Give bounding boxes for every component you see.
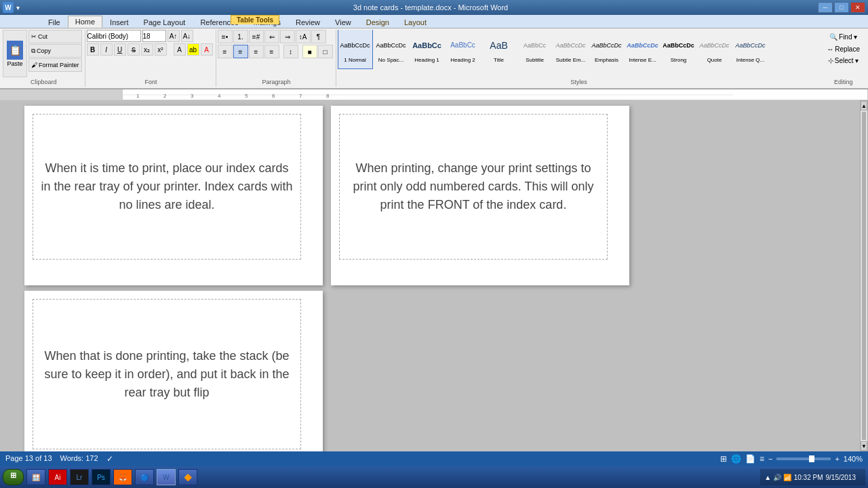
tab-home[interactable]: Home xyxy=(68,16,102,28)
copy-button[interactable]: ⧉ Copy xyxy=(28,44,82,58)
replace-button[interactable]: ↔ Replace xyxy=(824,44,863,54)
style-no-spacing[interactable]: AaBbCcDc No Spac... xyxy=(374,30,409,69)
shading-button[interactable]: ■ xyxy=(302,45,317,58)
view-outline-icon[interactable]: ≡ xyxy=(760,454,764,464)
zoom-out-button[interactable]: − xyxy=(768,455,772,463)
justify-button[interactable]: ≡ xyxy=(264,45,279,58)
text-effects-button[interactable]: A xyxy=(174,43,186,56)
paragraph-group: ≡• 1. ≡# ⇐ ⇒ ↕A ¶ ≡ ≡ ≡ ≡ ↕ ■ □ Paragrap… xyxy=(218,30,336,87)
tab-review[interactable]: Review xyxy=(288,16,328,28)
minimize-button[interactable]: ─ xyxy=(818,2,833,13)
tab-page-layout[interactable]: Page Layout xyxy=(136,16,193,28)
line-spacing-button[interactable]: ↕ xyxy=(283,45,298,58)
word-count: Words: 172 xyxy=(60,454,98,464)
underline-button[interactable]: U xyxy=(114,43,126,56)
bullets-button[interactable]: ≡• xyxy=(218,30,233,43)
increase-indent-button[interactable]: ⇒ xyxy=(280,30,295,43)
shrink-font-button[interactable]: A↓ xyxy=(181,30,193,42)
taskbar-vlc-icon[interactable]: 🔶 xyxy=(178,469,197,485)
style-normal-preview: AaBbCcDc xyxy=(340,35,370,56)
paste-button[interactable]: 📋 Paste xyxy=(3,30,27,77)
show-formatting-button[interactable]: ¶ xyxy=(311,30,326,43)
taskbar-lightroom-icon[interactable]: Lr xyxy=(70,469,89,485)
taskbar-icon-1[interactable]: 🪟 xyxy=(26,469,45,485)
style-no-spacing-label: No Spac... xyxy=(378,57,403,63)
window-controls[interactable]: ─ □ ✕ xyxy=(818,2,865,13)
card-1[interactable]: When it is time to print, place our inde… xyxy=(33,114,301,260)
subscript-button[interactable]: x₂ xyxy=(141,43,153,56)
find-button[interactable]: 🔍 Find ▾ xyxy=(826,31,861,43)
align-right-button[interactable]: ≡ xyxy=(249,45,264,58)
zoom-in-button[interactable]: + xyxy=(835,455,839,463)
strikethrough-button[interactable]: S̶ xyxy=(127,43,140,56)
style-strong[interactable]: AaBbCcDc Strong xyxy=(661,30,696,69)
view-reading-icon[interactable]: 📄 xyxy=(745,454,755,464)
paste-icon: 📋 xyxy=(7,41,23,60)
cut-button[interactable]: ✂ Cut xyxy=(28,30,82,43)
numbering-button[interactable]: 1. xyxy=(233,30,248,43)
scroll-up-button[interactable]: ▲ xyxy=(861,101,867,110)
svg-text:3: 3 xyxy=(191,93,194,99)
align-center-button[interactable]: ≡ xyxy=(233,45,248,58)
scroll-thumb[interactable] xyxy=(862,112,866,440)
document-area: When it is time to print, place our inde… xyxy=(11,100,860,451)
style-intense-em[interactable]: AaBbCcDc Intense E... xyxy=(625,30,660,69)
style-heading1[interactable]: AaBbCc Heading 1 xyxy=(410,30,445,69)
taskbar-chrome-icon[interactable]: 🔵 xyxy=(135,469,154,485)
style-normal[interactable]: AaBbCcDc 1 Normal xyxy=(338,30,373,69)
taskbar-firefox-icon[interactable]: 🦊 xyxy=(113,469,132,485)
font-color-button[interactable]: A xyxy=(201,43,213,56)
card-2[interactable]: When printing, change your print setting… xyxy=(339,114,608,260)
tab-insert[interactable]: Insert xyxy=(102,16,136,28)
style-subtle-em[interactable]: AaBbCcDc Subtle Em... xyxy=(553,30,589,69)
page-row-1: When it is time to print, place our inde… xyxy=(24,106,846,285)
card-1-text: When it is time to print, place our inde… xyxy=(40,159,294,214)
grow-font-button[interactable]: A↑ xyxy=(167,30,180,42)
view-web-icon[interactable]: 🌐 xyxy=(731,454,741,464)
format-painter-button[interactable]: 🖌 Format Painter xyxy=(28,58,82,72)
bold-button[interactable]: B xyxy=(87,43,99,56)
italic-button[interactable]: I xyxy=(100,43,113,56)
style-heading2[interactable]: AaBbCc Heading 2 xyxy=(446,30,481,69)
multilevel-button[interactable]: ≡# xyxy=(249,30,264,43)
table-tools-tab[interactable]: Table Tools xyxy=(231,15,279,24)
superscript-button[interactable]: x² xyxy=(155,43,167,56)
font-size-input[interactable] xyxy=(142,30,166,42)
zoom-thumb[interactable] xyxy=(809,455,814,462)
style-quote[interactable]: AaBbCcDc Quote xyxy=(697,30,732,69)
system-menu-icons[interactable]: ▾ xyxy=(16,4,20,12)
font-name-input[interactable] xyxy=(87,30,141,42)
svg-text:4: 4 xyxy=(218,93,221,99)
tab-layout[interactable]: Layout xyxy=(397,16,434,28)
close-button[interactable]: ✕ xyxy=(850,2,865,13)
tab-view[interactable]: View xyxy=(328,16,359,28)
decrease-indent-button[interactable]: ⇐ xyxy=(264,30,279,43)
taskbar-photoshop-icon[interactable]: Ps xyxy=(92,469,111,485)
sort-button[interactable]: ↕A xyxy=(296,30,311,43)
border-button[interactable]: □ xyxy=(318,45,333,58)
select-button[interactable]: ⊹ Select ▾ xyxy=(825,56,862,66)
style-emphasis[interactable]: AaBbCcDc Emphasis xyxy=(589,30,625,69)
scroll-down-button[interactable]: ▼ xyxy=(861,441,867,451)
zoom-slider[interactable] xyxy=(776,458,831,460)
style-title[interactable]: AaB Title xyxy=(481,30,517,69)
ribbon-tabs: Table Tools File Home Insert Page Layout… xyxy=(0,15,868,28)
start-button[interactable]: ⊞ xyxy=(3,469,24,485)
tab-file[interactable]: File xyxy=(41,16,68,28)
style-heading1-preview: AaBbCc xyxy=(412,35,441,56)
maximize-button[interactable]: □ xyxy=(834,2,849,13)
card-3[interactable]: When that is done printing, take the sta… xyxy=(33,299,301,449)
page-2: When printing, change your print setting… xyxy=(331,106,629,285)
scrollbar-vertical[interactable]: ▲ ▼ xyxy=(860,100,868,451)
taskbar-word-button[interactable]: W xyxy=(157,469,176,485)
view-print-icon[interactable]: ⊞ xyxy=(720,454,727,464)
style-quote-preview: AaBbCcDc xyxy=(700,35,730,56)
style-intense-q[interactable]: AaBbCcDc Intense Q... xyxy=(733,30,768,69)
taskbar-adobe-icon[interactable]: Ai xyxy=(48,469,67,485)
align-left-button[interactable]: ≡ xyxy=(218,45,233,58)
tab-design[interactable]: Design xyxy=(359,16,397,28)
highlight-button[interactable]: ab xyxy=(187,43,199,56)
style-subtitle[interactable]: AaBbCc Subtitle xyxy=(517,30,553,69)
tray-date: 9/15/2013 xyxy=(826,474,856,481)
styles-group: AaBbCcDc 1 Normal AaBbCcDc No Spac... Aa… xyxy=(338,30,821,87)
